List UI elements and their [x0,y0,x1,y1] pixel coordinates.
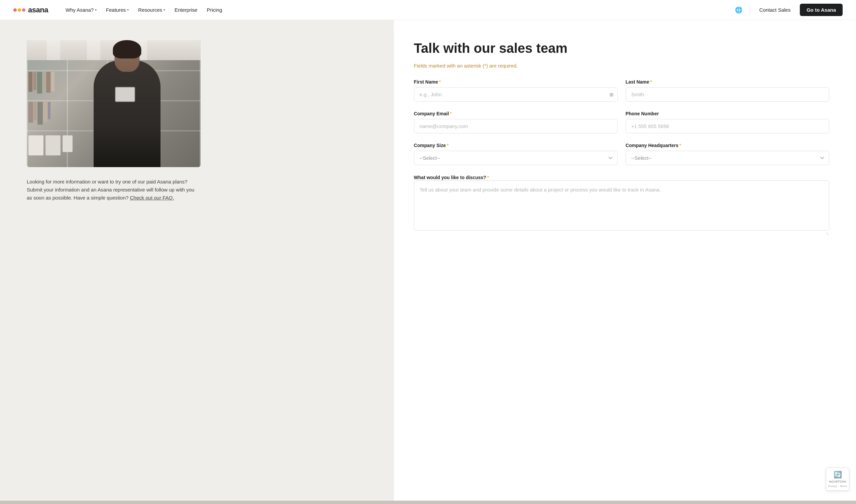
tablet [115,87,135,102]
go-to-asana-button[interactable]: Go to Asana [800,4,843,16]
bottom-bar [0,501,856,504]
resize-icon: ⤡ [826,231,829,236]
required-star: * [447,143,448,148]
logo-dot-orange [18,8,21,12]
required-star: * [679,143,681,148]
name-row: First Name* ⊞ Last Name* [414,79,829,102]
left-description: Looking for more information or want to … [27,178,201,202]
recaptcha-logo: 🔄 [834,471,842,479]
recaptcha-links: Privacy - Terms [828,485,847,488]
recaptcha-terms[interactable]: Terms [840,485,847,488]
phone-label: Phone Number [626,111,829,116]
shelf-support [27,60,28,167]
first-name-input-wrapper: ⊞ [414,87,618,102]
chevron-down-icon: ▾ [95,8,96,12]
nav-enterprise[interactable]: Enterprise [171,4,201,15]
logo-dots [13,8,25,12]
nav-pricing[interactable]: Pricing [203,4,226,15]
book [48,102,51,119]
book [51,72,54,91]
chevron-down-icon: ▾ [127,8,129,12]
headquarters-select[interactable]: --Select-- North America Europe Asia Pac… [626,151,829,165]
email-label: Company Email* [414,111,618,116]
company-row: Company Size* --Select-- 1–10 11–50 51–2… [414,143,829,165]
book [37,72,42,94]
required-star: * [450,111,452,116]
first-name-label: First Name* [414,79,618,85]
shelf-support [200,60,201,167]
hero-image [27,40,201,167]
nav-right: 🌐 Contact Sales Go to Asana [733,4,843,16]
faq-link[interactable]: Check out our FAQ. [130,195,174,200]
hero-image-bg [27,40,201,167]
recaptcha-badge: 🔄 reCAPTCHA Privacy - Terms [826,468,849,491]
logo[interactable]: asana [13,6,48,14]
book [37,102,43,125]
email-input[interactable] [414,119,618,133]
last-name-input[interactable] [626,87,829,102]
page-body: Looking for more information or want to … [0,20,856,504]
discuss-textarea[interactable] [414,180,829,231]
nav-links: Why Asana? ▾ Features ▾ Resources ▾ Ente… [61,4,733,15]
book [33,72,36,90]
contact-sales-link[interactable]: Contact Sales [755,4,795,15]
person-head [115,43,140,72]
first-name-group: First Name* ⊞ [414,79,618,102]
required-star: * [487,175,489,180]
phone-group: Phone Number [626,111,829,133]
person-silhouette [94,60,160,167]
person-hair [113,40,141,58]
left-panel: Looking for more information or want to … [0,20,394,504]
recaptcha-privacy[interactable]: Privacy [828,485,837,488]
book [34,102,37,120]
logo-dot-red [13,8,17,12]
nav-why-asana[interactable]: Why Asana? ▾ [61,4,101,15]
book [43,102,47,122]
logo-text: asana [28,6,48,14]
company-size-select[interactable]: --Select-- 1–10 11–50 51–200 201–500 501… [414,151,618,165]
box [46,136,60,156]
book [29,102,33,123]
contact-card-icon: ⊞ [610,92,613,97]
first-name-input[interactable] [414,87,618,102]
nav-divider [750,6,750,14]
storage-boxes [29,136,73,156]
box [29,136,43,156]
recaptcha-text: reCAPTCHA [829,480,846,483]
company-size-group: Company Size* --Select-- 1–10 11–50 51–2… [414,143,618,165]
book [46,72,51,93]
headquarters-group: Company Headquarters* --Select-- North A… [626,143,829,165]
nav-features[interactable]: Features ▾ [102,4,133,15]
logo-dot-pink [22,8,25,12]
beam [47,40,60,60]
email-group: Company Email* [414,111,618,133]
chevron-down-icon: ▾ [163,8,165,12]
book [29,72,32,92]
required-note: Fields marked with an asterisk (*) are r… [414,63,829,69]
form-panel: Talk with our sales team Fields marked w… [394,20,856,504]
last-name-group: Last Name* [626,79,829,102]
discuss-label: What would you like to discuss?* [414,175,489,180]
last-name-label: Last Name* [626,79,829,85]
beam [87,40,100,60]
book [43,72,46,89]
books-row [29,102,51,125]
headquarters-label: Company Headquarters* [626,143,829,148]
discuss-section: What would you like to discuss?* ⤡ [414,175,829,236]
required-star: * [650,79,652,85]
required-star: * [439,79,441,85]
phone-input[interactable] [626,119,829,133]
books-row [29,72,54,94]
resize-handle: ⤡ [414,231,829,236]
company-size-label: Company Size* [414,143,618,148]
box [63,136,73,152]
navigation: asana Why Asana? ▾ Features ▾ Resources … [0,0,856,20]
form-title: Talk with our sales team [414,40,829,56]
nav-resources[interactable]: Resources ▾ [134,4,169,15]
language-selector[interactable]: 🌐 [733,4,744,16]
email-phone-row: Company Email* Phone Number [414,111,829,133]
globe-icon: 🌐 [735,7,742,13]
